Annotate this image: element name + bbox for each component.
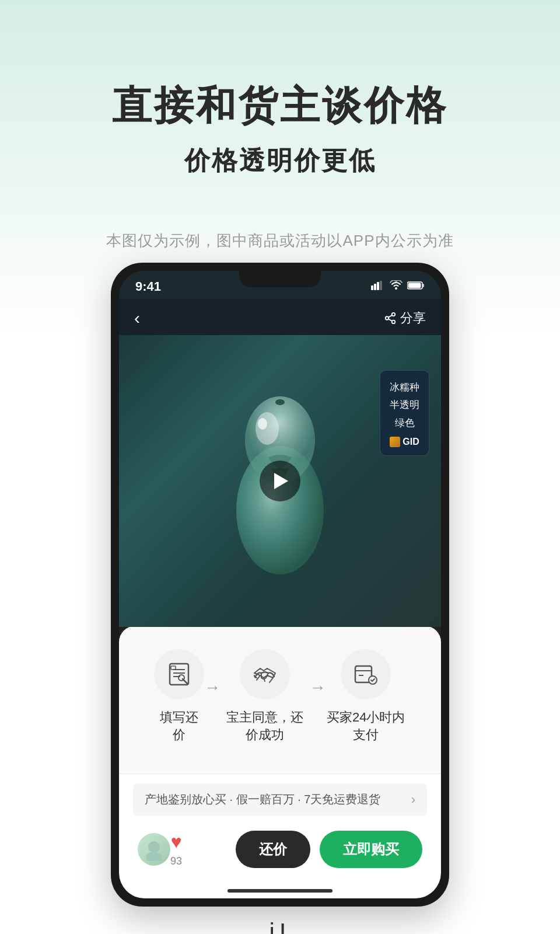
home-indicator [228,889,332,893]
gid-logo-icon [390,437,400,447]
svg-point-28 [148,841,160,853]
disclaimer-text: 本图仅为示例，图中商品或活动以APP内公示为准 [0,231,560,251]
svg-rect-1 [374,284,376,290]
step-1-label: 填写还价 [154,709,204,745]
buy-now-button[interactable]: 立即购买 [320,831,422,868]
step-1: 填写还价 [154,649,204,745]
back-button[interactable]: ‹ [134,309,140,327]
banner-notice-arrow-icon: › [411,792,415,807]
hero-subtitle: 价格透明价更低 [0,144,560,178]
form-icon [166,661,192,687]
home-indicator-area [119,877,441,898]
payment-icon [353,661,379,687]
play-button[interactable] [260,461,300,501]
step-2-label: 宝主同意，还价成功 [220,709,310,745]
heart-area: ♥ 93 [170,831,182,867]
svg-point-16 [275,399,285,405]
counter-offer-button[interactable]: 还价 [236,831,310,868]
step-3-icon-circle [341,649,391,699]
jade-image-area: 冰糯种 半透明 绿色 GID [119,335,441,627]
svg-point-7 [392,312,396,316]
svg-rect-0 [371,285,373,290]
wifi-icon [390,280,402,292]
bottom-section: iI [0,907,560,934]
banner-notice[interactable]: 产地鉴别放心买 · 假一赔百万 · 7天免运费退货 › [133,783,427,815]
svg-point-29 [146,852,162,861]
svg-rect-2 [377,282,379,290]
info-badge: 冰糯种 半透明 绿色 GID [380,370,429,456]
status-icons [371,280,425,292]
signal-icon [371,281,385,292]
step-arrow-2: → [310,678,326,697]
svg-rect-3 [380,281,382,290]
svg-line-11 [388,315,392,318]
banner-bottom: ♥ 93 还价 立即购买 [133,825,427,868]
phone-inner: 9:41 [119,271,441,899]
gid-text: GID [402,437,419,447]
step-arrow-1: → [204,678,220,697]
svg-rect-6 [422,284,424,287]
play-triangle-icon [274,473,288,489]
phone-mockup: 9:41 [111,263,449,907]
badge-line1: 冰糯种 [390,379,419,397]
svg-line-10 [388,319,392,321]
phone-notch [239,271,321,287]
card-section: 填写还价 → [119,626,441,774]
step-3-label: 买家24小时内支付 [326,709,406,745]
svg-point-8 [386,316,389,320]
hero-section: 直接和货主谈价格 价格透明价更低 [0,0,560,196]
handshake-icon [252,661,278,687]
step-3: 买家24小时内支付 [326,649,406,745]
badge-line3: 绿色 [390,414,419,433]
status-time: 9:41 [135,279,161,294]
step-2-icon-circle [240,649,290,699]
step-2: 宝主同意，还价成功 [220,649,310,745]
svg-point-9 [392,320,396,323]
seller-avatar-image [138,833,170,866]
share-label: 分享 [400,309,426,327]
action-buttons: 还价 立即购买 [194,831,422,868]
phone-container: 9:41 [0,263,560,907]
step-1-icon-circle [154,649,204,699]
svg-point-23 [178,675,184,681]
bottom-indicator-text: iI [0,918,560,934]
bottom-banner: 产地鉴别放心买 · 假一赔百万 · 7天免运费退货 › [119,773,441,877]
svg-point-14 [256,412,279,445]
gid-logo: GID [390,437,419,447]
banner-notice-text: 产地鉴别放心买 · 假一赔百万 · 7天免运费退货 [145,792,380,807]
badge-line2: 半透明 [390,396,419,414]
phone-topbar: ‹ 分享 [119,299,441,335]
svg-rect-5 [408,283,421,288]
hero-title: 直接和货主谈价格 [0,82,560,130]
share-icon [384,312,397,325]
card-steps: 填写还价 → [154,649,406,745]
page-wrapper: 直接和货主谈价格 价格透明价更低 本图仅为示例，图中商品或活动以APP内公示为准… [0,0,560,934]
heart-icon[interactable]: ♥ [171,831,182,853]
battery-icon [407,281,425,292]
share-button[interactable]: 分享 [384,309,426,327]
heart-count: 93 [170,855,182,867]
svg-point-15 [258,418,267,430]
seller-avatar[interactable] [138,833,170,866]
